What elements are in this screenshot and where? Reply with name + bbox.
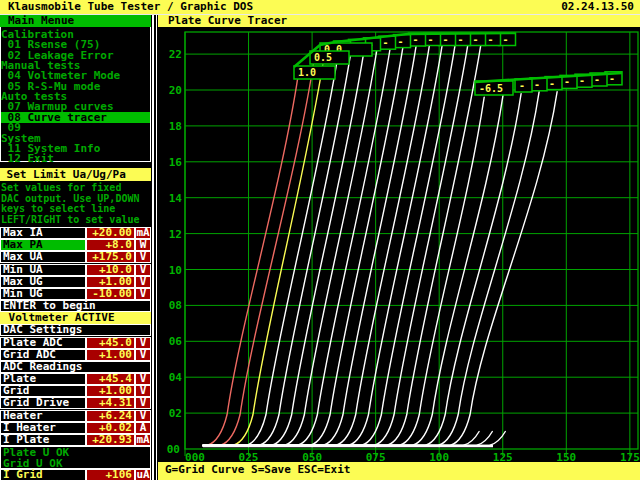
svg-text:-: - (503, 34, 509, 45)
app-title: Klausmobile Tube Tester / Graphic DOS (8, 0, 253, 14)
help-line-1: Set values for fixed (1, 182, 151, 193)
y-tick-22: 22 (169, 48, 182, 61)
sidebar: Main Menue Calibration 01 Rsense (75) 02… (0, 15, 152, 480)
help-line-4: LEFT/RIGHT to set value (1, 214, 151, 225)
param-unit: V (135, 397, 151, 409)
y-tick-08: 08 (169, 299, 182, 312)
x-tick-100: 100 (429, 451, 449, 462)
hotkey-bar: G=Grid Curve S=Save ESC=Exit (158, 462, 640, 480)
svg-text:-: - (473, 34, 479, 45)
x-tick-000: 000 (185, 451, 205, 462)
y-tick-00: 00 (167, 443, 180, 456)
y-tick-16: 16 (169, 156, 183, 169)
svg-text:-: - (413, 34, 419, 45)
param-label: Max UA (0, 251, 86, 263)
y-tick-14: 14 (169, 192, 183, 205)
param-value[interactable]: +20.93 (86, 434, 135, 446)
svg-text:-: - (534, 79, 540, 90)
y-tick-02: 02 (169, 407, 182, 420)
param-label: Grid Drive (0, 397, 86, 409)
y-tick-20: 20 (169, 84, 182, 97)
y-tick-18: 18 (169, 120, 182, 133)
svg-text:0.5: 0.5 (314, 52, 332, 63)
grid-label-box-1-0: 1.0 (294, 66, 335, 79)
svg-text:-: - (549, 78, 555, 89)
title-bar: Klausmobile Tube Tester / Graphic DOS 02… (0, 0, 640, 14)
panel-divider (152, 15, 154, 480)
plate-curve-chart: 2220181614121008060402000000250500751001… (158, 15, 640, 462)
banner-dac-settings: DAC Settings (0, 324, 151, 336)
y-tick-06: 06 (169, 335, 183, 348)
param-unit: V (135, 288, 151, 300)
param-value[interactable]: +175.0 (86, 251, 135, 263)
plate-curve-ug-0-0 (203, 51, 325, 446)
plate-curve-ug-0-5 (203, 60, 314, 446)
param-unit: uA (135, 469, 151, 480)
param-unit: mA (135, 434, 151, 446)
svg-text:-: - (458, 34, 464, 45)
param-unit: V (135, 349, 151, 361)
svg-text:-: - (383, 37, 389, 48)
svg-text:-6.5: -6.5 (479, 83, 503, 94)
svg-text:-: - (488, 34, 494, 45)
panel-divider-thin (156, 15, 157, 480)
clock: 02.24.13.50 (561, 0, 634, 14)
svg-text:-: - (564, 76, 570, 87)
y-tick-10: 10 (169, 264, 182, 277)
param-unit: V (135, 251, 151, 263)
plate-curve-ug-5-5 (203, 36, 469, 445)
svg-text:-: - (398, 36, 404, 47)
param-value[interactable]: +4.31 (86, 397, 135, 409)
x-tick-150: 150 (556, 451, 576, 462)
y-tick-12: 12 (169, 228, 182, 241)
x-tick-075: 075 (366, 451, 386, 462)
main-menu-header: Main Menue (0, 15, 151, 27)
x-tick-175: 175 (620, 451, 640, 462)
grid-label-box-0-5: 0.5 (310, 51, 349, 64)
param-row-i-grid[interactable]: I Grid+106uA (0, 469, 151, 480)
x-tick-125: 125 (493, 451, 513, 462)
param-label: I Grid (0, 469, 86, 480)
help-line-3: keys to select line (1, 203, 151, 214)
y-tick-04: 04 (169, 371, 183, 384)
param-value[interactable]: +1.00 (86, 349, 135, 361)
plate-curve-ug-0-5 (203, 49, 339, 446)
param-value[interactable]: +106 (86, 469, 135, 480)
grid-label-box-7-0: - (515, 79, 532, 92)
param-row-max-ua[interactable]: Max UA+175.0V (0, 251, 151, 263)
param-row-grid-drive[interactable]: Grid Drive+4.31V (0, 397, 151, 409)
x-tick-025: 025 (239, 451, 259, 462)
menu-item-12-exit[interactable]: 12 Exit (1, 153, 150, 164)
main-menu-list: Calibration 01 Rsense (75) 02 Leakage Er… (0, 27, 151, 162)
tube-tester-screen: Klausmobile Tube Tester / Graphic DOS 02… (0, 0, 640, 480)
grid-label-box-6-5: -6.5 (475, 81, 513, 95)
param-row-i-plate[interactable]: I Plate+20.93mA (0, 434, 151, 446)
plate-curve-ug-7-0 (203, 95, 503, 445)
param-label: I Plate (0, 434, 86, 446)
svg-text:-: - (519, 80, 525, 91)
ok-status-box: Plate U OKGrid U OK (0, 446, 151, 469)
svg-text:-: - (443, 34, 449, 45)
plate-curve-ug-6-5 (203, 97, 484, 445)
x-tick-050: 050 (302, 451, 322, 462)
svg-text:-: - (428, 34, 434, 45)
svg-text:1.0: 1.0 (298, 67, 316, 78)
set-limit-header: Set Limit Ua/Ug/Pa (0, 168, 151, 181)
plot-panel: Plate Curve Tracer 222018161412100806040… (158, 15, 640, 480)
